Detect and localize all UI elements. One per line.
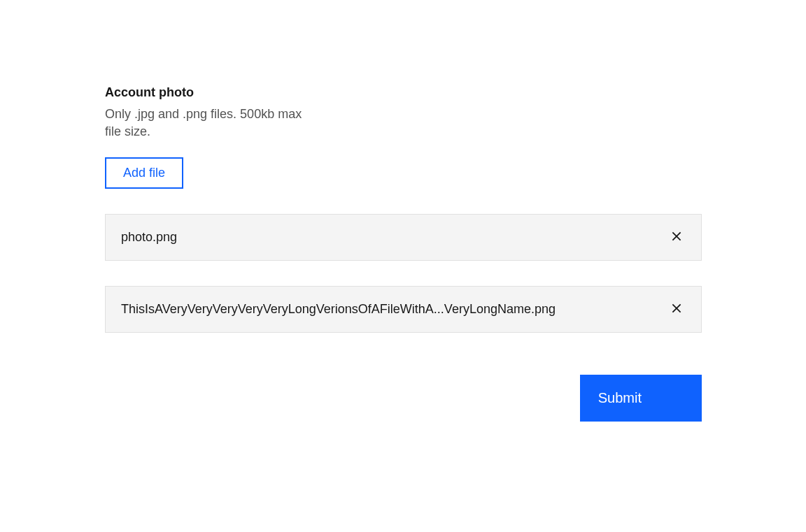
section-title: Account photo (105, 85, 702, 100)
close-icon (670, 230, 683, 245)
file-item: photo.png (105, 214, 702, 261)
submit-row: Submit (105, 375, 702, 422)
remove-file-button[interactable] (667, 299, 686, 319)
file-item: ThisIsAVeryVeryVeryVeryVeryLongVerionsOf… (105, 286, 702, 333)
section-description: Only .jpg and .png files. 500kb max file… (105, 106, 315, 141)
remove-file-button[interactable] (667, 227, 686, 247)
close-icon (670, 302, 683, 317)
add-file-button[interactable]: Add file (105, 157, 183, 189)
file-name: ThisIsAVeryVeryVeryVeryVeryLongVerionsOf… (121, 302, 656, 317)
submit-button[interactable]: Submit (580, 375, 702, 422)
file-list: photo.png ThisIsAVeryVeryVeryVeryVeryLon… (105, 214, 702, 333)
file-uploader: Account photo Only .jpg and .png files. … (105, 85, 702, 422)
file-name: photo.png (121, 230, 656, 245)
